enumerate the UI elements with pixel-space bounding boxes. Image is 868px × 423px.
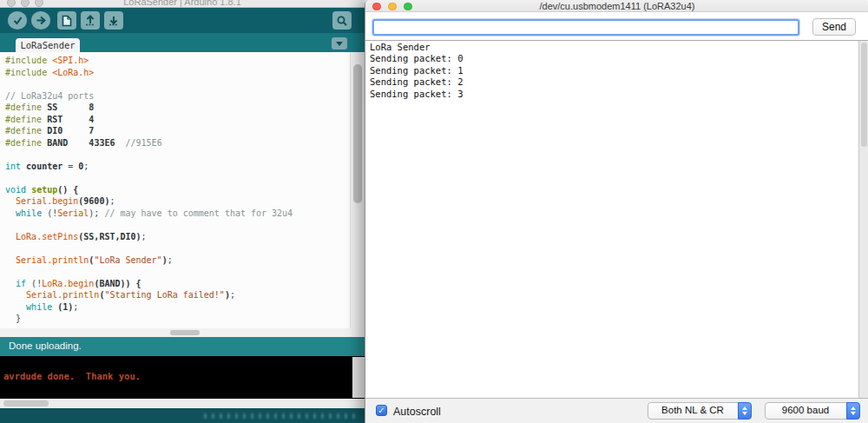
upload-button[interactable] xyxy=(31,11,50,30)
editor-vertical-scrollbar-thumb[interactable] xyxy=(353,64,362,203)
serial-monitor-titlebar[interactable]: /dev/cu.usbmodem1411 (LoRA32u4) xyxy=(365,0,868,12)
baud-rate-selected-value: 9600 baud xyxy=(766,405,845,415)
arduino-tabbar: LoRaSender xyxy=(0,33,365,52)
status-message: Done uploading. xyxy=(9,340,82,351)
serial-monitor-bottom-bar: ✓ Autoscroll Both NL & CR 9600 baud xyxy=(365,398,868,423)
checkmark-icon xyxy=(12,15,23,26)
console-horizontal-scrollbar[interactable] xyxy=(0,399,365,408)
console-horizontal-scrollbar-thumb[interactable] xyxy=(3,400,49,406)
status-bar: Done uploading. xyxy=(0,337,365,356)
line-ending-selected-value: Both NL & CR xyxy=(648,405,737,415)
magnifier-icon xyxy=(336,15,348,27)
serial-output: LoRa SenderSending packet: 0Sending pack… xyxy=(370,42,856,100)
serial-send-input[interactable] xyxy=(372,19,799,36)
editor-horizontal-scrollbar-thumb[interactable] xyxy=(170,330,200,335)
send-button[interactable]: Send xyxy=(812,18,856,36)
code-editor-text: #include <SPI.h>#include <LoRa.h> // LoR… xyxy=(5,55,293,325)
stepper-arrows-icon xyxy=(738,402,752,420)
line-ending-select[interactable]: Both NL & CR xyxy=(648,402,752,420)
footer-status-text-illegible xyxy=(204,413,360,419)
serial-vertical-scrollbar[interactable] xyxy=(858,41,868,398)
tab-menu-button[interactable] xyxy=(332,37,347,50)
baud-rate-select[interactable]: 9600 baud xyxy=(765,402,860,420)
console-output: avrdude done. Thank you. xyxy=(0,356,365,399)
tab-lorasender[interactable]: LoRaSender xyxy=(16,38,80,52)
new-sketch-button[interactable] xyxy=(57,11,76,30)
down-arrow-tray-icon xyxy=(108,15,120,27)
autoscroll-checkbox[interactable]: ✓ xyxy=(376,405,387,416)
arduino-toolbar xyxy=(0,8,365,33)
ide-footer xyxy=(0,408,365,423)
editor-horizontal-scrollbar[interactable] xyxy=(0,328,365,337)
arduino-window-title: LoRaSender | Arduino 1.8.1 xyxy=(0,0,365,7)
serial-monitor-button[interactable] xyxy=(332,11,352,30)
serial-vertical-scrollbar-thumb[interactable] xyxy=(861,43,867,147)
arduino-ide-window: LoRaSender | Arduino 1.8.1 xyxy=(0,0,365,423)
up-arrow-tray-icon xyxy=(84,15,96,27)
chevron-down-icon xyxy=(336,42,343,46)
editor-vertical-scrollbar[interactable] xyxy=(350,52,365,328)
open-sketch-button[interactable] xyxy=(81,11,100,30)
console-message: avrdude done. Thank you. xyxy=(3,371,141,381)
document-icon xyxy=(62,15,72,27)
code-editor[interactable]: #include <SPI.h>#include <LoRa.h> // LoR… xyxy=(0,52,365,328)
input-output-divider xyxy=(365,40,868,41)
verify-button[interactable] xyxy=(8,11,27,30)
serial-monitor-title: /dev/cu.usbmodem1411 (LoRA32u4) xyxy=(365,1,868,11)
arduino-titlebar[interactable]: LoRaSender | Arduino 1.8.1 xyxy=(0,0,365,8)
console-vertical-scrollbar[interactable] xyxy=(352,357,365,398)
autoscroll-label: Autoscroll xyxy=(393,406,441,418)
right-arrow-icon xyxy=(36,15,47,26)
serial-monitor-window: /dev/cu.usbmodem1411 (LoRA32u4) Send LoR… xyxy=(365,0,868,423)
stepper-arrows-icon xyxy=(846,402,860,420)
save-sketch-button[interactable] xyxy=(104,11,123,30)
